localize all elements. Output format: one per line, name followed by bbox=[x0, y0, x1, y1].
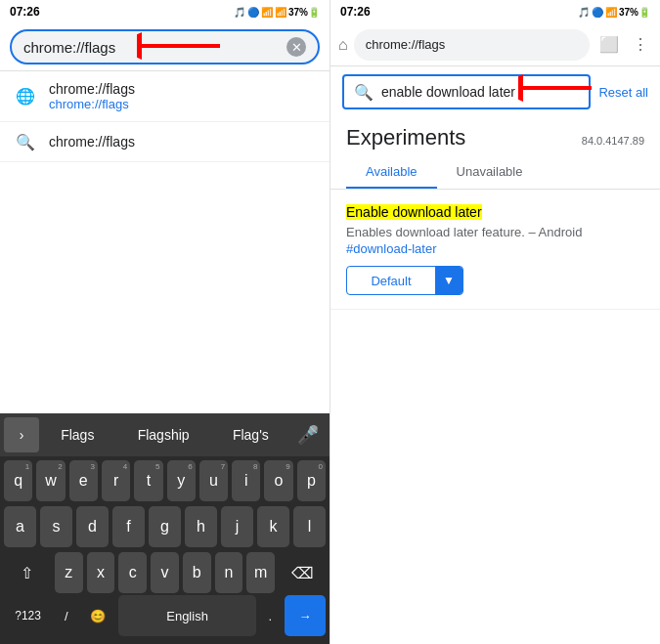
left-battery-icon: 🎵 bbox=[234, 7, 245, 18]
kbd-key-a[interactable]: a bbox=[4, 506, 36, 547]
left-signal-icon: 📶 bbox=[261, 7, 273, 18]
kbd-emoji-key[interactable]: 😊 bbox=[80, 595, 114, 636]
kbd-key-y[interactable]: 6y bbox=[167, 460, 196, 501]
tabs-row: Available Unavailable bbox=[330, 154, 660, 190]
tab-switcher-icon[interactable]: ⬜ bbox=[595, 31, 623, 58]
kbd-key-k[interactable]: k bbox=[257, 506, 289, 547]
keyboard: › Flags Flagship Flag's 🎤 1q 2w 3e 4r 5t… bbox=[0, 413, 330, 644]
right-music-icon: 🎵 bbox=[578, 7, 590, 18]
kbd-word-1[interactable]: Flags bbox=[49, 421, 106, 449]
overflow-menu-icon[interactable]: ⋮ bbox=[629, 31, 652, 58]
kbd-key-m[interactable]: m bbox=[246, 552, 275, 593]
kbd-key-z[interactable]: z bbox=[55, 552, 83, 593]
right-red-arrow bbox=[518, 74, 596, 102]
left-battery-pct: 37%🔋 bbox=[288, 7, 320, 18]
left-time: 07:26 bbox=[10, 5, 40, 19]
kbd-backspace-key[interactable]: ⌫ bbox=[279, 552, 326, 593]
search-magnifier-icon: 🔍 bbox=[354, 83, 374, 102]
url-text: chrome://flags bbox=[366, 37, 446, 52]
right-status-icons: 🎵 🔵 📶 37%🔋 bbox=[578, 7, 650, 18]
kbd-row-3: ⇧ z x c v b n m ⌫ bbox=[4, 552, 326, 593]
keyboard-rows: 1q 2w 3e 4r 5t 6y 7u 8i 9o 0p a s d f g … bbox=[0, 456, 330, 595]
flag-item: Enable download later Enables download l… bbox=[330, 190, 660, 310]
kbd-space-key[interactable]: English bbox=[118, 595, 255, 636]
right-bt-icon: 🔵 bbox=[592, 7, 603, 18]
search-icon-2: 🔍 bbox=[16, 132, 35, 151]
tab-unavailable[interactable]: Unavailable bbox=[437, 154, 543, 189]
kbd-key-b[interactable]: b bbox=[183, 552, 211, 593]
suggestion-list: 🌐 chrome://flags chrome://flags 🔍 chrome… bbox=[0, 71, 330, 162]
right-search-bar-row: 🔍 enable download later Reset all bbox=[330, 66, 660, 117]
tab-available[interactable]: Available bbox=[346, 154, 437, 189]
kbd-key-p[interactable]: 0p bbox=[297, 460, 326, 501]
kbd-key-o[interactable]: 9o bbox=[264, 460, 292, 501]
right-panel: 07:26 🎵 🔵 📶 37%🔋 ⌂ chrome://flags ⬜ ⋮ 🔍 … bbox=[330, 0, 660, 644]
flag-description: Enables download later feature. – Androi… bbox=[346, 225, 644, 239]
kbd-key-d[interactable]: d bbox=[76, 506, 109, 547]
url-bar[interactable]: chrome://flags bbox=[354, 29, 590, 61]
right-time: 07:26 bbox=[340, 5, 371, 19]
right-wifi-icon: 📶 bbox=[605, 7, 617, 18]
right-search-input[interactable]: enable download later bbox=[381, 84, 515, 100]
kbd-shift-key[interactable]: ⇧ bbox=[4, 552, 51, 593]
flag-title: Enable download later bbox=[346, 203, 644, 221]
kbd-key-x[interactable]: x bbox=[87, 552, 115, 593]
kbd-row-1: 1q 2w 3e 4r 5t 6y 7u 8i 9o 0p bbox=[4, 460, 326, 501]
left-wifi-icon: 📶 bbox=[275, 7, 286, 18]
kbd-row-2: a s d f g h j k l bbox=[4, 506, 326, 547]
left-bt-icon: 🔵 bbox=[247, 7, 259, 18]
right-battery-pct: 37%🔋 bbox=[619, 7, 650, 18]
kbd-key-r[interactable]: 4r bbox=[102, 460, 130, 501]
suggestion-item-2[interactable]: 🔍 chrome://flags bbox=[0, 122, 330, 162]
suggestion-item-1[interactable]: 🌐 chrome://flags chrome://flags bbox=[0, 71, 330, 122]
kbd-key-c[interactable]: c bbox=[118, 552, 147, 593]
left-status-bar: 07:26 🎵 🔵 📶 📶 37%🔋 bbox=[0, 0, 330, 23]
flag-dropdown[interactable]: Default ▼ bbox=[346, 266, 463, 295]
kbd-key-h[interactable]: h bbox=[185, 506, 217, 547]
flag-link[interactable]: #download-later bbox=[346, 241, 644, 256]
kbd-key-f[interactable]: f bbox=[112, 506, 145, 547]
left-red-arrow bbox=[137, 31, 225, 61]
kbd-expand-icon[interactable]: › bbox=[4, 417, 39, 452]
kbd-mic-icon[interactable]: 🎤 bbox=[290, 417, 326, 452]
kbd-key-i[interactable]: 8i bbox=[232, 460, 260, 501]
left-status-icons: 🎵 🔵 📶 📶 37%🔋 bbox=[234, 7, 320, 18]
left-panel: 07:26 🎵 🔵 📶 📶 37%🔋 chrome://flags ✕ 🌐 bbox=[0, 0, 330, 644]
left-clear-button[interactable]: ✕ bbox=[286, 37, 306, 57]
flag-dropdown-arrow-icon[interactable]: ▼ bbox=[435, 266, 462, 295]
kbd-word-2[interactable]: Flagship bbox=[126, 421, 201, 449]
kbd-key-q[interactable]: 1q bbox=[4, 460, 32, 501]
kbd-period-key[interactable]: . bbox=[260, 595, 281, 636]
home-icon[interactable]: ⌂ bbox=[338, 36, 348, 54]
suggestion-sub-1: chrome://flags bbox=[49, 97, 135, 111]
kbd-suggest-words: Flags Flagship Flag's bbox=[39, 421, 290, 449]
experiments-header: Experiments 84.0.4147.89 bbox=[330, 117, 660, 154]
experiments-version: 84.0.4147.89 bbox=[582, 135, 644, 147]
kbd-key-e[interactable]: 3e bbox=[69, 460, 98, 501]
kbd-key-u[interactable]: 7u bbox=[199, 460, 228, 501]
globe-icon: 🌐 bbox=[16, 87, 35, 107]
kbd-key-s[interactable]: s bbox=[40, 506, 72, 547]
kbd-word-3[interactable]: Flag's bbox=[221, 421, 281, 449]
right-status-bar: 07:26 🎵 🔵 📶 37%🔋 bbox=[330, 0, 660, 23]
kbd-sym-button[interactable]: ?123 bbox=[4, 595, 52, 636]
kbd-key-w[interactable]: 2w bbox=[36, 460, 65, 501]
kbd-key-g[interactable]: g bbox=[149, 506, 181, 547]
suggestion-text-1: chrome://flags chrome://flags bbox=[49, 81, 135, 111]
keyboard-suggestions-bar: › Flags Flagship Flag's 🎤 bbox=[0, 413, 330, 456]
kbd-key-n[interactable]: n bbox=[215, 552, 243, 593]
right-nav-bar: ⌂ chrome://flags ⬜ ⋮ bbox=[330, 23, 660, 66]
kbd-key-v[interactable]: v bbox=[151, 552, 179, 593]
kbd-key-t[interactable]: 5t bbox=[134, 460, 162, 501]
kbd-key-l[interactable]: l bbox=[293, 506, 326, 547]
reset-all-button[interactable]: Reset all bbox=[598, 85, 648, 100]
kbd-bottom-row: ?123 / 😊 English . → bbox=[0, 595, 330, 644]
flag-dropdown-label: Default bbox=[347, 274, 435, 288]
right-search-row-wrapper: 🔍 enable download later Reset all bbox=[330, 66, 660, 117]
kbd-key-j[interactable]: j bbox=[221, 506, 253, 547]
kbd-enter-key[interactable]: → bbox=[285, 595, 326, 636]
experiments-title: Experiments bbox=[346, 125, 465, 150]
suggestion-main-1: chrome://flags bbox=[49, 81, 135, 97]
kbd-slash-key[interactable]: / bbox=[56, 595, 76, 636]
suggestion-main-2: chrome://flags bbox=[49, 134, 135, 150]
